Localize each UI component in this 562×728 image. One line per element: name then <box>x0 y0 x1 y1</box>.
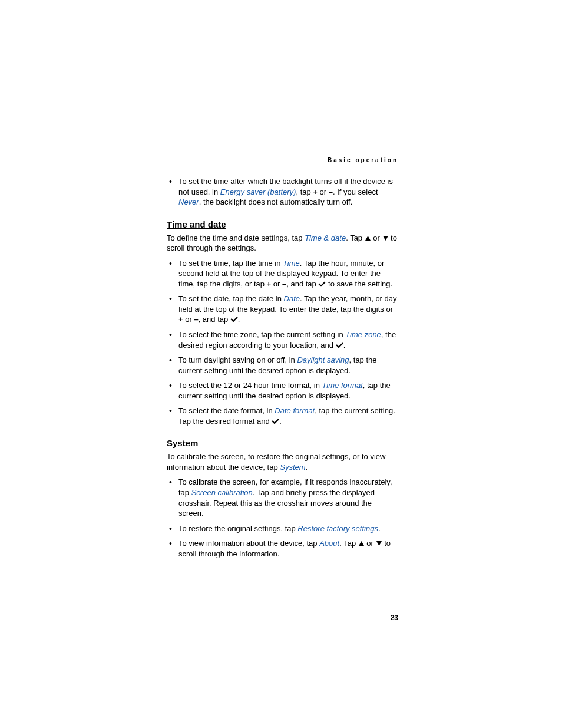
manual-page: Basic operation To set the time after wh… <box>167 157 398 564</box>
text: To restore the original settings, tap <box>178 524 297 533</box>
text: . Tap <box>346 233 365 242</box>
plus-key: + <box>178 315 183 324</box>
text: . <box>378 524 381 533</box>
text: . Tap <box>339 539 358 548</box>
about-link[interactable]: About <box>319 539 339 548</box>
text: . <box>238 315 240 324</box>
system-intro: To calibrate the screen, to restore the … <box>167 452 398 472</box>
time-link[interactable]: Time <box>283 259 300 268</box>
system-list: To calibrate the screen, for example, if… <box>167 477 398 559</box>
energy-saver-link[interactable]: Energy saver (battery) <box>220 187 296 196</box>
restore-bullet: To restore the original settings, tap Re… <box>178 523 398 534</box>
time-and-date-intro: To define the time and date settings, ta… <box>167 233 398 253</box>
backlight-list: To set the time after which the backligh… <box>167 176 398 207</box>
page-number: 23 <box>391 614 398 622</box>
text: or <box>271 279 282 288</box>
text: To set the time, tap the time in <box>178 259 283 268</box>
date-link[interactable]: Date <box>284 294 300 303</box>
check-icon <box>318 281 326 287</box>
text: , and tap <box>199 315 230 324</box>
text: To select the date format, in <box>178 406 275 415</box>
text: . <box>306 463 308 472</box>
system-heading: System <box>167 438 398 448</box>
text: To calibrate the screen, to restore the … <box>167 452 385 472</box>
text: or <box>365 539 376 548</box>
text: To set the date, tap the date in <box>178 294 284 303</box>
dateformat-link[interactable]: Date format <box>275 406 315 415</box>
about-bullet: To view information about the device, ta… <box>178 538 398 559</box>
text: To define the time and date settings, ta… <box>167 233 305 242</box>
timezone-bullet: To select the time zone, tap the current… <box>178 330 398 350</box>
restore-link[interactable]: Restore factory settings <box>297 524 378 533</box>
text: , and tap <box>286 279 318 288</box>
daylight-link[interactable]: Daylight saving <box>297 355 349 364</box>
screen-calibration-link[interactable]: Screen calibration <box>191 488 253 497</box>
daylight-bullet: To turn daylight saving on or off, in Da… <box>178 355 398 375</box>
dateformat-bullet: To select the date format, in Date forma… <box>178 406 398 426</box>
plus-key: + <box>313 187 318 196</box>
down-arrow-icon <box>376 541 382 546</box>
timeformat-link[interactable]: Time format <box>322 381 363 390</box>
up-arrow-icon <box>365 235 371 241</box>
text: or <box>318 187 329 196</box>
minus-key: – <box>194 315 198 324</box>
time-and-date-list: To set the time, tap the time in Time. T… <box>167 258 398 427</box>
timeformat-bullet: To select the 12 or 24 hour time format,… <box>178 380 398 401</box>
page-header: Basic operation <box>167 157 398 163</box>
up-arrow-icon <box>358 541 365 546</box>
text: to save the setting. <box>326 279 392 288</box>
text: , the backlight does not automatically t… <box>199 197 353 206</box>
text: . <box>343 341 346 350</box>
time-and-date-link[interactable]: Time & date <box>305 233 346 242</box>
text: To select the 12 or 24 hour time format,… <box>178 381 322 390</box>
text: To select the time zone, tap the current… <box>178 330 345 339</box>
date-bullet: To set the date, tap the date in Date. T… <box>178 294 398 325</box>
down-arrow-icon <box>382 235 389 241</box>
timezone-link[interactable]: Time zone <box>345 330 381 339</box>
text: or <box>371 233 382 242</box>
text: or <box>183 315 194 324</box>
time-bullet: To set the time, tap the time in Time. T… <box>178 258 398 289</box>
text: . If you select <box>333 187 378 196</box>
check-icon <box>272 418 279 424</box>
check-icon <box>230 316 238 322</box>
text: To view information about the device, ta… <box>178 539 319 548</box>
text: , tap <box>296 187 313 196</box>
system-link[interactable]: System <box>280 463 305 472</box>
minus-key: – <box>329 187 333 196</box>
backlight-bullet: To set the time after which the backligh… <box>178 176 398 207</box>
time-and-date-heading: Time and date <box>167 219 398 229</box>
text: . <box>279 417 282 426</box>
never-link[interactable]: Never <box>178 197 199 206</box>
text: To turn daylight saving on or off, in <box>178 355 297 364</box>
check-icon <box>336 342 343 348</box>
calibrate-bullet: To calibrate the screen, for example, if… <box>178 477 398 518</box>
